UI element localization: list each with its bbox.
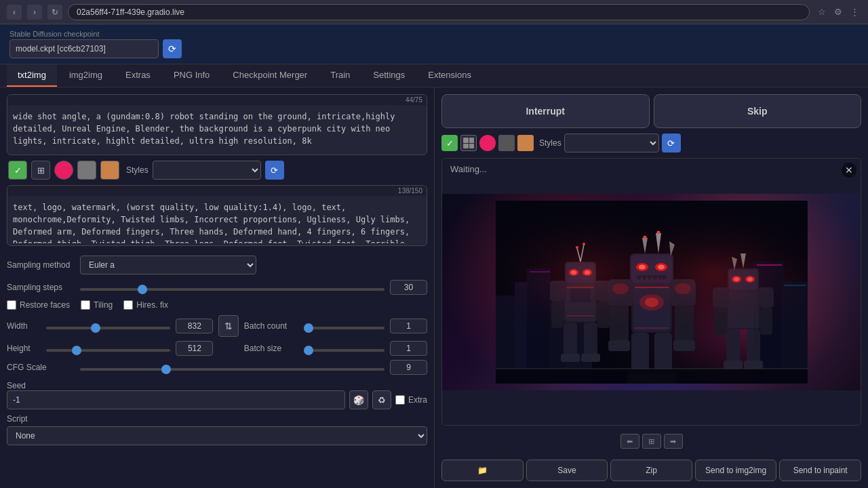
zip-button[interactable]: Zip (610, 460, 692, 481)
width-batch-row: Width 832 ⇅ Batch count 1 (7, 315, 427, 337)
interrupt-button[interactable]: Interrupt (441, 94, 650, 128)
seed-input[interactable]: -1 (7, 390, 345, 409)
batch-size-slider-wrap (304, 344, 384, 354)
forward-button[interactable]: › (27, 5, 42, 20)
grid-swatch[interactable] (460, 135, 477, 151)
tabs-bar: txt2img img2img Extras PNG Info Checkpoi… (0, 64, 868, 87)
checkboxes-row: Restore faces Tiling Hires. fix (7, 300, 427, 310)
width-input[interactable]: 832 (176, 319, 213, 333)
send-to-inpaint-button[interactable]: Send to inpaint (779, 460, 861, 481)
gray-swatch[interactable] (498, 135, 515, 151)
url-bar[interactable] (68, 4, 810, 20)
tab-checkpoint-merger[interactable]: Checkpoint Merger (222, 64, 318, 87)
tiling-checkbox[interactable] (81, 300, 90, 310)
orange-swatch[interactable] (517, 135, 534, 151)
seed-row: -1 🎲 ♻ Extra (7, 390, 427, 409)
check-swatch[interactable]: ✓ (441, 135, 458, 151)
tab-extras[interactable]: Extras (115, 64, 161, 87)
batch-count-slider[interactable] (304, 327, 384, 329)
sq-btn2[interactable] (100, 161, 119, 180)
script-select[interactable]: None (7, 426, 427, 445)
styles-apply-button[interactable]: ⟳ (265, 161, 284, 180)
batch-count-input[interactable]: 1 (390, 319, 427, 333)
tab-png-info[interactable]: PNG Info (163, 64, 220, 87)
waiting-text: Waiting... (450, 164, 487, 174)
image-prev-btn[interactable]: ⬅ (620, 434, 639, 449)
model-refresh-button[interactable]: ⟳ (163, 39, 182, 58)
negative-prompt-input[interactable]: text, logo, watermark, (worst quality, l… (7, 196, 427, 243)
cfg-scale-input[interactable]: 9 (390, 360, 427, 375)
tab-settings[interactable]: Settings (362, 64, 416, 87)
svg-rect-91 (496, 201, 808, 384)
restore-faces-checkbox[interactable] (7, 300, 16, 310)
restore-faces-label[interactable]: Restore faces (7, 300, 70, 310)
styles-right-select[interactable] (564, 134, 659, 152)
extensions-icon[interactable]: ⚙ (831, 5, 845, 19)
save-row: 📁 Save Zip Send to img2img Send to inpai… (441, 457, 861, 481)
swap-dimensions-button[interactable]: ⇅ (218, 315, 239, 337)
height-slider[interactable] (46, 349, 170, 352)
batch-size-input[interactable]: 1 (390, 341, 427, 356)
tab-train[interactable]: Train (319, 64, 361, 87)
back-button[interactable]: ‹ (7, 5, 22, 20)
tab-txt2img[interactable]: txt2img (7, 64, 57, 87)
model-select[interactable]: model.ckpt [cc6cb27103] (9, 39, 159, 58)
save-button[interactable]: Save (526, 460, 608, 481)
cfg-scale-slider[interactable] (80, 368, 384, 371)
browser-bar: ‹ › ↻ ☆ ⚙ ⋮ (0, 0, 868, 24)
width-label: Width (7, 321, 41, 331)
sampling-steps-slider-container (80, 283, 384, 293)
styles-right-apply-button[interactable]: ⟳ (662, 134, 681, 152)
check-btn[interactable]: ✓ (8, 161, 27, 180)
pink-dot-btn[interactable] (54, 161, 73, 180)
generation-buttons: Interrupt Skip (441, 94, 861, 128)
tab-img2img[interactable]: img2img (58, 64, 113, 87)
tab-extensions[interactable]: Extensions (417, 64, 482, 87)
seed-dice-button[interactable]: 🎲 (349, 390, 368, 409)
height-slider-wrap (46, 344, 170, 354)
menu-icon[interactable]: ⋮ (848, 5, 861, 19)
settings-panel: Sampling method Euler a Sampling steps 3… (7, 251, 427, 449)
refresh-button[interactable]: ↻ (47, 5, 62, 20)
batch-size-slider[interactable] (304, 349, 384, 352)
close-image-button[interactable]: ✕ (842, 163, 856, 178)
batch-size-label: Batch size (244, 344, 298, 353)
sampling-steps-row: Sampling steps 30 (7, 280, 427, 295)
sampling-steps-input[interactable]: 30 (390, 280, 427, 295)
sampling-steps-slider[interactable] (80, 288, 384, 291)
image-next-btn[interactable]: ➡ (664, 434, 683, 449)
send-to-img2img-button[interactable]: Send to img2img (695, 460, 777, 481)
height-batch-row: Height 512 Batch size 1 (7, 341, 427, 356)
bookmark-icon[interactable]: ☆ (815, 5, 829, 19)
width-slider-wrap (46, 321, 170, 331)
sq-btn1[interactable] (77, 161, 96, 180)
sampling-method-row: Sampling method Euler a (7, 256, 427, 274)
hires-fix-checkbox[interactable] (123, 300, 133, 310)
positive-prompt-input[interactable]: wide shot angle, a (gundam:0.8) robot st… (7, 105, 427, 152)
cfg-scale-row: CFG Scale 9 (7, 360, 427, 375)
styles-select[interactable] (153, 161, 261, 180)
seed-section: Seed -1 🎲 ♻ Extra (7, 380, 427, 409)
tiling-label[interactable]: Tiling (81, 300, 113, 310)
swatches-styles-row: ✓ Styles ⟳ (441, 134, 861, 152)
negative-prompt-area: 138/150 text, logo, watermark, (worst qu… (7, 185, 427, 246)
skip-button[interactable]: Skip (654, 94, 862, 128)
cfg-scale-label: CFG Scale (7, 363, 75, 372)
red-swatch[interactable] (479, 135, 496, 151)
extra-checkbox[interactable] (395, 395, 405, 405)
model-label: Stable Diffusion checkpoint (9, 30, 182, 38)
extra-checkbox-label[interactable]: Extra (395, 395, 427, 405)
prompt-toolbar-row: ✓ ⊞ Styles ⟳ (7, 161, 427, 180)
folder-button[interactable]: 📁 (441, 460, 524, 481)
generated-image (442, 194, 861, 390)
hires-fix-label[interactable]: Hires. fix (123, 300, 168, 310)
seed-recycle-button[interactable]: ♻ (372, 390, 391, 409)
sampling-steps-label: Sampling steps (7, 283, 75, 292)
cfg-scale-slider-container (80, 363, 384, 373)
sampling-method-select[interactable]: Euler a (80, 256, 256, 274)
grid-btn[interactable]: ⊞ (31, 161, 50, 180)
height-input[interactable]: 512 (176, 341, 213, 356)
negative-prompt-count: 138/150 (7, 186, 427, 196)
image-grid-btn[interactable]: ⊞ (642, 434, 661, 449)
width-slider[interactable] (46, 327, 170, 329)
